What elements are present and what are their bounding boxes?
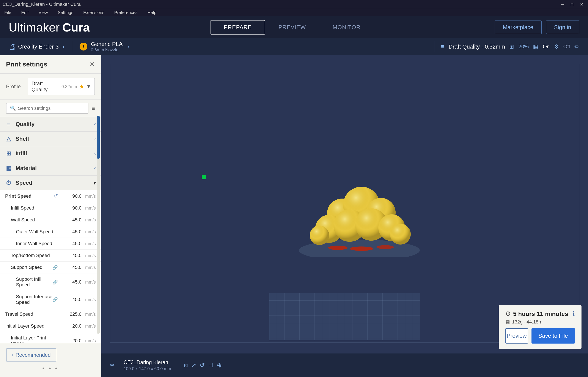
support-speed-label: Support Speed	[11, 265, 52, 270]
support-infill-speed-unit: mm/s	[83, 280, 96, 285]
category-quality-label: Quality	[15, 121, 35, 128]
print-settings-panel: Print settings ✕ Profile Draft Quality 0…	[0, 55, 101, 377]
transform-rotate-button[interactable]: ↺	[200, 362, 205, 369]
support-speed-link-icon: 🔗	[52, 265, 58, 270]
off-label: Off	[563, 44, 570, 50]
sign-in-button[interactable]: Sign in	[546, 21, 580, 34]
initial-layer-print-speed-unit: mm/s	[83, 338, 96, 343]
support-infill-speed-label: Support Infill Speed	[16, 276, 52, 288]
material-estimate: 132g · 44.18m	[512, 319, 542, 325]
marketplace-button[interactable]: Marketplace	[495, 21, 542, 34]
menu-preferences[interactable]: Preferences	[113, 9, 139, 16]
initial-layer-speed-unit: mm/s	[83, 324, 96, 329]
error-mark-3	[377, 245, 394, 249]
recommended-button[interactable]: ‹ Recommended	[6, 349, 56, 362]
support-speed-value: 45.0	[60, 265, 81, 270]
shell-cat-icon: △	[5, 136, 12, 142]
transform-more-button[interactable]: ⊕	[217, 362, 222, 369]
menu-file[interactable]: File	[3, 9, 13, 16]
estimate-material: ▦ 132g · 44.18m	[505, 319, 575, 325]
main-content: Print settings ✕ Profile Draft Quality 0…	[0, 55, 588, 377]
minimize-button[interactable]: ─	[559, 1, 566, 7]
menu-view[interactable]: View	[37, 9, 50, 16]
scroll-thumb[interactable]	[97, 116, 100, 159]
setting-support-speed: Support Speed 🔗 45.0 mm/s	[0, 261, 101, 273]
category-material-label: Material	[15, 165, 37, 172]
quality-cat-icon: ≡	[5, 121, 12, 128]
outer-wall-speed-unit: mm/s	[83, 229, 96, 234]
top-bar-right: Marketplace Sign in	[495, 21, 579, 34]
transform-move-button[interactable]: ⧅	[184, 362, 188, 369]
setting-support-interface-speed: Support Interface Speed 🔗 45.0 mm/s	[0, 291, 101, 308]
wall-speed-label: Wall Speed	[11, 217, 60, 223]
tab-monitor[interactable]: MONITOR	[319, 20, 374, 35]
menu-help[interactable]: Help	[146, 9, 158, 16]
separator-1	[73, 41, 73, 52]
menu-extensions[interactable]: Extensions	[81, 9, 106, 16]
estimate-info-button[interactable]: ℹ	[573, 310, 575, 318]
panel-close-button[interactable]: ✕	[90, 60, 95, 68]
model-transform-buttons: ⧅ ⤢ ↺ ⊣ ⊕	[184, 362, 222, 369]
printer-name: Creality Ender-3	[18, 43, 59, 50]
tab-preview[interactable]: PREVIEW	[265, 20, 319, 35]
more-dots[interactable]: • • •	[6, 365, 95, 372]
setting-infill-speed: Infill Speed 90.0 mm/s	[0, 202, 101, 214]
search-bar-row: 🔍 ≡	[0, 100, 101, 117]
viewport[interactable]: ✏ CE3_Daring Kieran 109.0 x 147.0 x 60.0…	[101, 55, 588, 377]
separator-2	[434, 41, 434, 52]
search-input[interactable]	[18, 106, 85, 111]
setting-wall-speed: Wall Speed 45.0 mm/s	[0, 214, 101, 226]
infill-speed-unit: mm/s	[83, 206, 96, 211]
transform-mirror-button[interactable]: ⊣	[208, 362, 213, 369]
tab-prepare[interactable]: PREPARE	[210, 20, 265, 35]
support-speed-unit: mm/s	[83, 265, 96, 270]
estimate-time: ⏱ 5 hours 11 minutes	[505, 310, 568, 318]
category-speed[interactable]: ⏱ Speed ▾	[0, 176, 101, 190]
category-quality[interactable]: ≡ Quality ‹	[0, 117, 101, 132]
profile-row: Profile Draft Quality 0.32mm ★ ▼	[6, 78, 95, 95]
outer-wall-speed-value: 45.0	[60, 229, 81, 235]
recommended-chevron-icon: ‹	[12, 352, 13, 358]
logo: Ultimaker Cura	[9, 20, 90, 34]
error-mark-1	[328, 246, 347, 250]
travel-speed-value: 225.0	[60, 311, 81, 317]
category-infill-label: Infill	[15, 150, 27, 157]
top-bottom-speed-label: Top/Bottom Speed	[11, 253, 60, 258]
support-interface-speed-unit: mm/s	[83, 297, 96, 302]
material-chevron[interactable]: ‹	[126, 41, 132, 52]
time-label: 5 hours 11 minutes	[513, 310, 568, 318]
print-speed-label: Print Speed	[5, 193, 54, 199]
inner-wall-speed-value: 45.0	[60, 241, 81, 247]
settings-menu-button[interactable]: ≡	[92, 105, 95, 112]
clock-icon: ⏱	[505, 310, 511, 317]
quality-name: Draft Quality - 0.32mm	[449, 43, 505, 50]
action-buttons: Preview Save to File	[505, 328, 575, 343]
menu-settings[interactable]: Settings	[56, 9, 75, 16]
build-plate	[269, 293, 420, 340]
top-bottom-speed-value: 45.0	[60, 253, 81, 258]
wall-speed-unit: mm/s	[83, 218, 96, 223]
material-info: Generic PLA 0.6mm Nozzle	[91, 41, 123, 52]
quality-section: ≡ Draft Quality - 0.32mm ⊞ 20% ▦ On ⚙ Of…	[441, 43, 580, 50]
category-shell[interactable]: △ Shell ‹	[0, 132, 101, 146]
model-edit-icon[interactable]: ✏	[110, 362, 115, 369]
category-infill[interactable]: ⊞ Infill ‹	[0, 146, 101, 161]
print-speed-reset-button[interactable]: ↺	[54, 193, 58, 199]
material-section: ! Generic PLA 0.6mm Nozzle ‹	[80, 41, 427, 52]
save-to-file-button[interactable]: Save to File	[531, 328, 575, 343]
close-button[interactable]: ✕	[578, 1, 585, 7]
model-svg	[295, 170, 424, 257]
menu-edit[interactable]: Edit	[19, 9, 30, 16]
top-bottom-speed-unit: mm/s	[83, 253, 96, 258]
panel-header: Print settings ✕	[0, 55, 101, 74]
printer-chevron[interactable]: ‹	[61, 41, 66, 52]
preview-button[interactable]: Preview	[505, 328, 528, 343]
quality-edit-button[interactable]: ✏	[574, 43, 579, 50]
transform-scale-button[interactable]: ⤢	[191, 362, 196, 369]
category-speed-label: Speed	[15, 179, 32, 186]
top-bar: Ultimaker Cura PREPARE PREVIEW MONITOR M…	[0, 16, 588, 38]
maximize-button[interactable]: □	[568, 1, 576, 7]
infill-cat-icon: ⊞	[5, 150, 12, 157]
profile-dropdown[interactable]: Draft Quality 0.32mm ★ ▼	[28, 78, 95, 95]
category-material[interactable]: ▦ Material ‹	[0, 161, 101, 176]
